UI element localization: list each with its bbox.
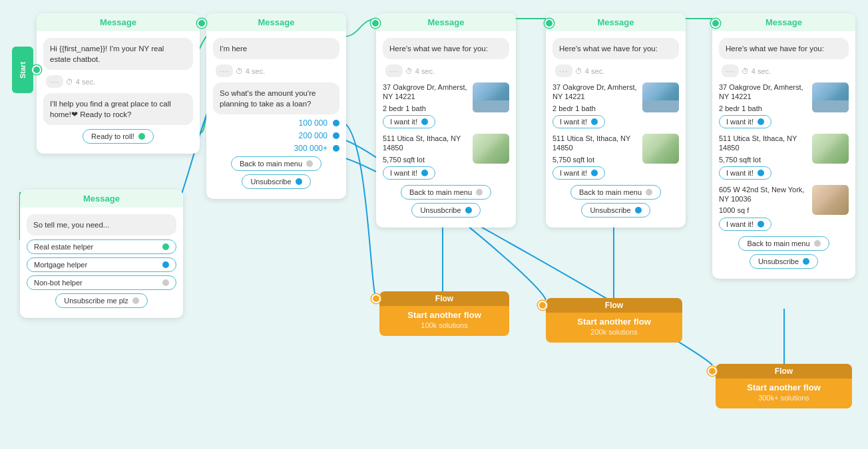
loan-100k-btn[interactable]: 100 000 — [213, 118, 339, 128]
message-node-4: Message Here's what we have for you: ···… — [376, 13, 516, 227]
loan-300k-btn[interactable]: 300 000+ — [213, 144, 339, 153]
flow3-label: Flow — [716, 364, 852, 378]
node6-header: Message — [712, 13, 855, 31]
flow1-title: Start another flow — [390, 310, 499, 320]
message-node-2: Message So tell me, you need... Real est… — [20, 190, 183, 318]
node6-back-btn[interactable]: Back to main menu — [738, 236, 829, 251]
node6-prop1-image — [812, 82, 849, 112]
node3-unsubscribe-btn[interactable]: Unsubscribe — [242, 174, 310, 189]
prop1-desc: 2 bedr 1 bath — [383, 104, 467, 113]
node5-back-btn[interactable]: Back to main menu — [570, 185, 661, 200]
node2-bubble: So tell me, you need... — [27, 214, 176, 235]
node2-header: Message — [20, 190, 183, 208]
node4-bubble1: Here's what we have for you: — [383, 38, 509, 59]
node1-bubble1: Hi {{first_name}}! I'm your NY real esta… — [43, 38, 193, 70]
node6-unsubscribe-btn[interactable]: Unsubscribe — [750, 254, 818, 269]
start-output-dot — [32, 65, 41, 75]
node5-delay: ··· ⏱ 4 sec. — [552, 63, 679, 78]
node3-output-dot — [371, 19, 380, 28]
node3-header: Message — [206, 13, 346, 31]
node1-header: Message — [37, 13, 200, 31]
mortgage-btn[interactable]: Mortgage helper — [27, 257, 176, 272]
node4-output-dot — [544, 19, 554, 28]
flow1-input-dot — [371, 294, 381, 303]
flow3-title: Start another flow — [726, 382, 841, 392]
real-estate-btn[interactable]: Real estate helper — [27, 239, 176, 254]
want-it-btn-1[interactable]: I want it! — [383, 115, 435, 128]
node5-property-2: 511 Utica St, Ithaca, NY 14850 5,750 sqf… — [552, 134, 679, 180]
flow2-subtitle: 200k solutions — [556, 328, 672, 336]
node3-bubble2: So what's the amount you're planning to … — [213, 82, 339, 114]
prop2-image — [473, 134, 509, 164]
ready-to-roll-btn[interactable]: Ready to roll! — [83, 129, 154, 144]
node5-bubble1: Here's what we have for you: — [552, 38, 679, 59]
flow1-subtitle: 100k solutions — [390, 321, 499, 329]
node1-delay: ··· ⏱ 4 sec. — [43, 74, 193, 89]
message-node-1: Message Hi {{first_name}}! I'm your NY r… — [37, 13, 200, 154]
flow2-input-dot — [538, 301, 547, 310]
node5-prop1-image — [642, 82, 679, 112]
loan-200k-btn[interactable]: 200 000 — [213, 131, 339, 140]
node4-delay: ··· ⏱ 4 sec. — [383, 63, 509, 78]
node6-property-1: 37 Oakgrove Dr, Amherst, NY 14221 2 bedr… — [719, 82, 849, 128]
node6-prop2-image — [812, 134, 849, 164]
flow-node-3[interactable]: Flow Start another flow 300k+ solutions — [716, 364, 852, 408]
flow1-label: Flow — [379, 291, 509, 306]
flow2-label: Flow — [546, 298, 682, 313]
prop2-desc: 5,750 sqft lot — [383, 155, 467, 164]
node4-back-btn[interactable]: Back to main menu — [401, 185, 491, 200]
node5-unsubscribe-btn[interactable]: Unsubscribe — [581, 203, 650, 218]
node6-property-3: 605 W 42nd St, New York, NY 10036 1000 s… — [719, 185, 849, 231]
start-node: Start — [12, 47, 33, 93]
flow2-title: Start another flow — [556, 317, 672, 327]
flow-node-2[interactable]: Flow Start another flow 200k solutions — [546, 298, 682, 343]
node6-bubble1: Here's what we have for you: — [719, 38, 849, 59]
want-it-btn-2[interactable]: I want it! — [383, 166, 435, 180]
prop1-image — [473, 82, 509, 112]
prop1-address: 37 Oakgrove Dr, Amherst, NY 14221 — [383, 82, 467, 102]
node6-property-2: 511 Utica St, Ithaca, NY 14850 5,750 sqf… — [719, 134, 849, 180]
node3-bubble1: I'm here — [213, 38, 339, 59]
node6-want-it-btn-1[interactable]: I want it! — [719, 115, 771, 128]
node1-bubble2: I'll help you find a great place to call… — [43, 93, 193, 125]
node5-want-it-btn-1[interactable]: I want it! — [552, 115, 605, 128]
message-node-3: Message I'm here ··· ⏱ 4 sec. So what's … — [206, 13, 346, 199]
flow-node-1[interactable]: Flow Start another flow 100k solutions — [379, 291, 509, 336]
prop2-address: 511 Utica St, Ithaca, NY 14850 — [383, 134, 467, 153]
node6-want-it-btn-3[interactable]: I want it! — [719, 218, 771, 231]
node1-output-dot — [197, 19, 206, 28]
node3-delay: ··· ⏱ 4 sec. — [213, 63, 339, 78]
flow3-input-dot — [708, 367, 717, 376]
non-bot-btn[interactable]: Non-bot helper — [27, 275, 176, 290]
node5-header: Message — [546, 13, 686, 31]
property-card-1: 37 Oakgrove Dr, Amherst, NY 14221 2 bedr… — [383, 82, 509, 128]
node6-prop3-image — [812, 185, 849, 215]
node6-want-it-btn-2[interactable]: I want it! — [719, 166, 771, 180]
unsubscribe-me-btn[interactable]: Unsubscribe me plz — [55, 293, 148, 308]
node5-prop2-image — [642, 134, 679, 164]
node5-output-dot — [711, 19, 720, 28]
message-node-5: Message Here's what we have for you: ···… — [546, 13, 686, 227]
property-card-2: 511 Utica St, Ithaca, NY 14850 5,750 sqf… — [383, 134, 509, 180]
node5-property-1: 37 Oakgrove Dr, Amherst, NY 14221 2 bedr… — [552, 82, 679, 128]
node6-delay: ··· ⏱ 4 sec. — [719, 63, 849, 78]
node4-unsubscribe-btn[interactable]: Unsusbcribe — [411, 203, 480, 218]
flow3-subtitle: 300k+ solutions — [726, 394, 841, 402]
node4-header: Message — [376, 13, 516, 31]
message-node-6: Message Here's what we have for you: ···… — [712, 13, 855, 279]
node5-want-it-btn-2[interactable]: I want it! — [552, 166, 605, 180]
node3-back-btn[interactable]: Back to main menu — [231, 156, 322, 171]
